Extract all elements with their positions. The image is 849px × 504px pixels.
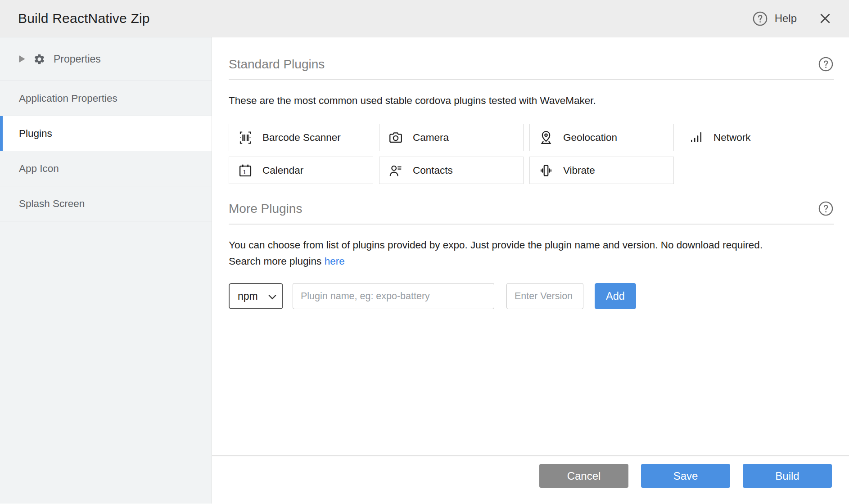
plugin-card-camera[interactable]: Camera — [379, 124, 524, 151]
close-icon — [818, 12, 832, 25]
more-plugins-description-line2: Search more plugins — [229, 256, 321, 267]
standard-plugins-grid: Barcode Scanner Camera — [229, 124, 834, 184]
main-panel: Standard Plugins These are the most comm… — [212, 37, 849, 504]
svg-text:1: 1 — [243, 168, 246, 175]
standard-plugins-title: Standard Plugins — [229, 57, 325, 72]
sidebar-properties-label: Properties — [54, 53, 101, 65]
dialog-footer: Cancel Save Build — [212, 455, 849, 504]
sidebar-item-plugins[interactable]: Plugins — [0, 116, 212, 151]
section-divider — [229, 79, 834, 80]
cancel-button[interactable]: Cancel — [539, 464, 628, 488]
help-circle-icon — [752, 11, 768, 27]
search-plugins-link[interactable]: here — [325, 256, 345, 267]
plugin-card-label: Geolocation — [563, 132, 617, 144]
gear-icon — [33, 53, 45, 65]
section-divider — [229, 224, 834, 225]
more-plugins-title: More Plugins — [229, 202, 302, 216]
sidebar-item-app-icon[interactable]: App Icon — [0, 151, 212, 186]
more-plugins-description: You can choose from list of plugins prov… — [229, 237, 834, 270]
plugin-card-label: Calendar — [262, 165, 303, 176]
help-button[interactable]: Help — [752, 11, 797, 27]
sidebar: Properties Application Properties Plugin… — [0, 37, 212, 504]
registry-select-wrap: npm — [229, 283, 283, 309]
page-title: Build ReactNative Zip — [18, 11, 150, 26]
help-label: Help — [775, 12, 797, 25]
plugin-card-vibrate[interactable]: Vibrate — [529, 157, 674, 184]
more-plugins-help-icon[interactable] — [818, 201, 834, 216]
standard-plugins-help-icon[interactable] — [818, 56, 834, 72]
plugin-card-network[interactable]: Network — [680, 124, 824, 151]
camera-icon — [388, 130, 403, 145]
build-button[interactable]: Build — [743, 464, 832, 488]
plugin-card-contacts[interactable]: Contacts — [379, 157, 524, 184]
expand-arrow-icon — [19, 55, 25, 63]
save-button[interactable]: Save — [641, 464, 730, 488]
sidebar-item-label: Plugins — [19, 128, 52, 140]
plugin-card-calendar[interactable]: 1 Calendar — [229, 157, 373, 184]
vibrate-icon — [538, 163, 554, 178]
dialog-header: Build ReactNative Zip Help — [0, 0, 849, 37]
sidebar-properties-toggle[interactable]: Properties — [0, 37, 212, 81]
version-input[interactable] — [506, 283, 583, 309]
plugin-card-barcode-scanner[interactable]: Barcode Scanner — [229, 124, 373, 151]
plugin-card-label: Contacts — [413, 165, 453, 176]
plugin-card-geolocation[interactable]: Geolocation — [529, 124, 674, 151]
calendar-icon: 1 — [238, 163, 253, 178]
plugin-card-label: Barcode Scanner — [262, 132, 341, 144]
sidebar-item-application-properties[interactable]: Application Properties — [0, 81, 212, 116]
more-plugins-header: More Plugins — [229, 184, 834, 216]
plugin-name-input[interactable] — [293, 283, 494, 309]
sidebar-item-label: Application Properties — [19, 93, 117, 104]
plugin-card-label: Camera — [413, 132, 449, 144]
standard-plugins-header: Standard Plugins — [229, 37, 834, 72]
sidebar-item-label: App Icon — [19, 163, 59, 175]
close-button[interactable] — [818, 12, 832, 25]
sidebar-item-splash-screen[interactable]: Splash Screen — [0, 186, 212, 221]
plugin-card-label: Network — [714, 132, 751, 144]
registry-select[interactable]: npm — [229, 283, 283, 309]
sidebar-item-label: Splash Screen — [19, 198, 85, 210]
network-icon — [689, 130, 704, 145]
plugin-card-label: Vibrate — [563, 165, 595, 176]
add-button[interactable]: Add — [595, 283, 636, 309]
geolocation-icon — [538, 130, 554, 145]
dialog-body: Properties Application Properties Plugin… — [0, 37, 849, 504]
header-actions: Help — [752, 11, 832, 27]
add-plugin-form: npm Add — [229, 283, 834, 309]
standard-plugins-description: These are the most common used stable co… — [229, 93, 834, 109]
barcode-scanner-icon — [238, 130, 253, 145]
contacts-icon — [388, 163, 403, 178]
more-plugins-description-line1: You can choose from list of plugins prov… — [229, 239, 763, 251]
